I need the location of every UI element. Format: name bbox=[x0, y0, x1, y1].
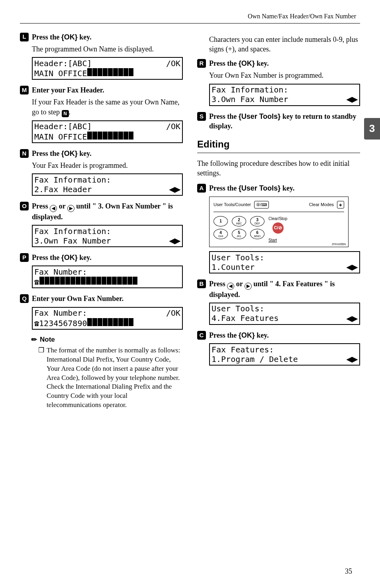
step13-body-a: If your Fax Header is the same as your O… bbox=[32, 98, 179, 116]
step16-post: key. bbox=[78, 254, 92, 262]
step18-pre: Press the bbox=[209, 59, 239, 67]
lcd13-l1: Header:[ABC] bbox=[34, 122, 92, 131]
lcd-14: Fax Information: 2.Fax Header ◀▶ bbox=[32, 173, 183, 196]
lcd-e2: User Tools: 4.Fax Features ◀▶ bbox=[209, 303, 360, 325]
step15-mid: or bbox=[57, 202, 67, 210]
step13-title: Enter your Fax Header. bbox=[32, 85, 183, 95]
step-18: R Press the {OK} key. Your Own Fax Numbe… bbox=[197, 59, 360, 106]
step19-pre: Press the bbox=[209, 112, 239, 120]
ok-key: OK bbox=[64, 254, 75, 262]
e1-pre: Press the bbox=[209, 184, 239, 192]
left-right-arrows-icon: ◀▶ bbox=[347, 263, 358, 271]
edit-badge-1: A bbox=[197, 184, 206, 193]
phone-icon: ☎ bbox=[34, 319, 39, 328]
left-right-arrows-icon: ◀▶ bbox=[347, 95, 358, 104]
lcd12-l1: Header:[ABC] bbox=[34, 59, 92, 68]
lcd13-l2: MAIN OFFICE bbox=[34, 132, 87, 142]
step-badge-15: O bbox=[20, 202, 29, 210]
e1-post: key. bbox=[280, 184, 294, 192]
right-arrow-icon: ▶ bbox=[67, 205, 74, 212]
e3-pre: Press the bbox=[209, 331, 239, 339]
clear-stop-button: Clear/Stop C/⊘ bbox=[268, 216, 287, 234]
left-arrow-icon: ◀ bbox=[227, 283, 234, 290]
step-badge-14: N bbox=[20, 149, 29, 158]
lcd15-l1: Fax Information: bbox=[34, 227, 111, 236]
cursor-blocks bbox=[39, 277, 137, 285]
lcd-e1-l1: User Tools: bbox=[212, 253, 264, 262]
edit-badge-2: B bbox=[197, 279, 206, 288]
clear-modes-button-icon: ◈ bbox=[337, 201, 344, 209]
left-column: L Press the {OK} key. The programmed Own… bbox=[20, 32, 183, 416]
step-badge-18: R bbox=[197, 59, 206, 68]
header-rule bbox=[20, 23, 360, 24]
lcd18-l2: 3.Own Fax Number bbox=[212, 95, 288, 104]
step-13: M Enter your Fax Header. If your Fax Hea… bbox=[20, 85, 183, 143]
keypad-2: 2ABC bbox=[232, 216, 246, 226]
step12-body: The programmed Own Name is displayed. bbox=[32, 44, 183, 54]
step-12: L Press the {OK} key. The programmed Own… bbox=[20, 32, 183, 80]
lcd17-l2: 1234567890 bbox=[39, 319, 87, 328]
ok-key: OK bbox=[241, 331, 252, 339]
step12-post: key. bbox=[78, 33, 92, 41]
lcd-e2-l2: 4.Fax Features bbox=[212, 314, 279, 323]
ok-key: OK bbox=[64, 149, 75, 157]
lcd-e3-l1: Fax Features: bbox=[212, 345, 274, 354]
chapter-tab: 3 bbox=[364, 118, 380, 140]
lcd14-l2: 2.Fax Header bbox=[34, 185, 92, 194]
step18-body: Your Own Fax Number is programmed. bbox=[209, 71, 360, 80]
lcd-18: Fax Information: 3.Own Fax Number ◀▶ bbox=[209, 84, 360, 106]
note-label: Note bbox=[40, 335, 55, 344]
panel-clearmodes-label: Clear Modes bbox=[309, 202, 334, 208]
lcd-e2-l1: User Tools: bbox=[212, 304, 264, 313]
left-right-arrows-icon: ◀▶ bbox=[347, 315, 358, 323]
note-heading: ✎ Note bbox=[32, 335, 183, 344]
user-tools-key: User Tools bbox=[241, 184, 278, 192]
e2-pre: Press bbox=[209, 280, 227, 288]
keypad-1: 1 bbox=[214, 216, 228, 226]
step15-pre: Press bbox=[32, 202, 50, 210]
panel-usertools-label: User Tools/Counter bbox=[214, 202, 251, 208]
cursor-blocks bbox=[87, 132, 133, 140]
lcd12-l1r: /OK bbox=[166, 59, 180, 68]
note-text: The format of the number is normally as … bbox=[47, 346, 183, 410]
lcd-e3-l2: 1.Program / Delete bbox=[212, 355, 298, 364]
lcd13-l1r: /OK bbox=[166, 122, 180, 131]
left-right-arrows-icon: ◀▶ bbox=[347, 355, 358, 364]
figure-code: ZFKH200N bbox=[332, 242, 346, 246]
e2-mid: or bbox=[234, 280, 245, 288]
left-arrow-icon: ◀ bbox=[50, 205, 57, 212]
edit-badge-3: C bbox=[197, 331, 206, 340]
step-badge-17: Q bbox=[20, 294, 29, 303]
editing-intro: The following procedure describes how to… bbox=[197, 159, 360, 178]
lcd-e1: User Tools: 1.Counter ◀▶ bbox=[209, 251, 360, 273]
running-head: Own Name/Fax Header/Own Fax Number bbox=[20, 12, 360, 21]
right-intro: Characters you can enter include numeral… bbox=[209, 35, 360, 54]
lcd17-l1r: /OK bbox=[166, 309, 180, 318]
bullet-icon: ❒ bbox=[38, 346, 44, 410]
page-number: 35 bbox=[345, 566, 352, 576]
right-arrow-icon: ▶ bbox=[245, 283, 252, 290]
start-button-label: Start bbox=[268, 238, 277, 243]
cursor-blocks bbox=[87, 318, 133, 326]
keypad-4: 4GHI bbox=[214, 229, 228, 239]
step-14: N Press the {OK} key. Your Fax Header is… bbox=[20, 149, 183, 196]
step17-title: Enter your Own Fax Number. bbox=[32, 294, 183, 303]
step14-post: key. bbox=[78, 149, 92, 157]
ok-key: OK bbox=[64, 33, 75, 41]
step-ref-14: N bbox=[62, 110, 69, 117]
right-column: Characters you can enter include numeral… bbox=[197, 32, 360, 416]
step18-post: key. bbox=[255, 59, 269, 67]
keypad-3: 3DEF bbox=[250, 216, 264, 226]
left-right-arrows-icon: ◀▶ bbox=[169, 185, 180, 194]
edit-step-3: C Press the {OK} key. Fax Features: 1.Pr… bbox=[197, 330, 360, 366]
lcd16-l1: Fax Number: bbox=[34, 267, 87, 277]
step-badge-19: S bbox=[197, 112, 206, 121]
step14-body: Your Fax Header is programmed. bbox=[32, 161, 183, 170]
step-17: Q Enter your Own Fax Number. Fax Number:… bbox=[20, 294, 183, 410]
step-16: P Press the {OK} key. Fax Number: ☎ bbox=[20, 253, 183, 288]
editing-heading: Editing bbox=[197, 138, 360, 153]
keypad-6: 6MNO bbox=[250, 229, 264, 239]
pencil-icon: ✎ bbox=[29, 334, 40, 345]
step16-pre: Press the bbox=[32, 254, 61, 262]
lcd15-l2: 3.Own Fax Number bbox=[34, 236, 111, 246]
